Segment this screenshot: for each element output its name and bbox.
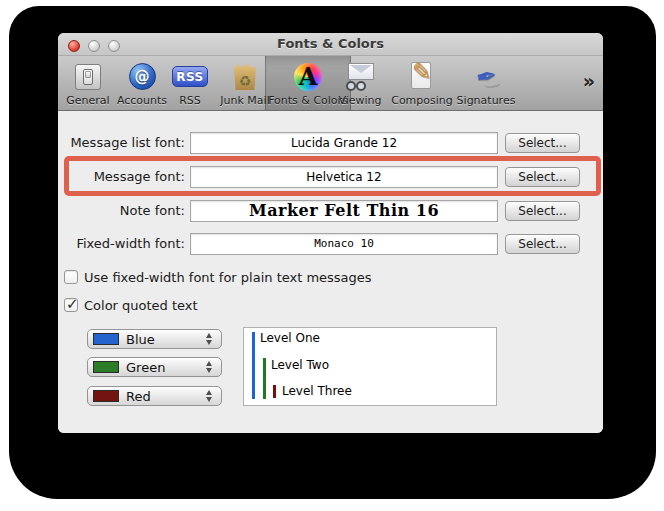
level-one-bar bbox=[252, 332, 255, 399]
message-font-label: Message font: bbox=[64, 166, 185, 188]
message-font-row: Message font: Helvetica 12 Select... bbox=[58, 166, 603, 188]
fixed-width-font-row: Fixed-width font: Monaco 10 Select... bbox=[58, 233, 603, 255]
message-list-font-label: Message list font: bbox=[64, 132, 185, 154]
signatures-icon: ✒ bbox=[469, 61, 503, 92]
note-font-value: Marker Felt Thin 16 bbox=[190, 200, 498, 222]
message-font-select-button[interactable]: Select... bbox=[505, 167, 580, 187]
fixed-width-checkbox-label: Use fixed-width font for plain text mess… bbox=[84, 270, 372, 285]
color-quoted-checkbox-row[interactable]: ✓ Color quoted text bbox=[64, 297, 198, 313]
note-font-label: Note font: bbox=[64, 200, 185, 222]
message-list-font-select-button[interactable]: Select... bbox=[505, 133, 580, 153]
general-icon bbox=[75, 61, 101, 92]
toolbar-item-composing[interactable]: ✎ Composing bbox=[387, 56, 457, 110]
fonts-colors-icon: A bbox=[294, 61, 322, 92]
toolbar-item-accounts[interactable]: @ Accounts bbox=[111, 56, 173, 110]
window-title: Fonts & Colors bbox=[58, 33, 603, 55]
toolbar-item-general[interactable]: General bbox=[60, 56, 116, 110]
preferences-window: Fonts & Colors General @ Accounts RSS RS… bbox=[58, 33, 603, 433]
level-two-color-dropdown[interactable]: Green bbox=[87, 357, 222, 377]
fixed-width-checkbox-row[interactable]: Use fixed-width font for plain text mess… bbox=[64, 269, 372, 285]
level-three-color-dropdown[interactable]: Red bbox=[87, 386, 222, 406]
stepper-arrows-icon bbox=[206, 361, 213, 373]
color-quoted-checkbox[interactable]: ✓ bbox=[64, 298, 78, 312]
level-one-color-dropdown[interactable]: Blue bbox=[87, 329, 222, 349]
preferences-toolbar: General @ Accounts RSS RSS ♻ Junk Mail A… bbox=[58, 56, 603, 111]
toolbar-overflow-chevron-icon[interactable]: » bbox=[583, 70, 595, 92]
note-font-row: Note font: Marker Felt Thin 16 Select... bbox=[58, 200, 603, 222]
junk-mail-icon: ♻ bbox=[232, 61, 258, 92]
green-swatch bbox=[93, 361, 119, 373]
toolbar-item-rss[interactable]: RSS RSS bbox=[168, 56, 212, 110]
composing-icon: ✎ bbox=[408, 61, 436, 92]
blue-swatch bbox=[93, 333, 119, 345]
level-two-bar bbox=[263, 358, 266, 399]
red-swatch bbox=[93, 390, 119, 402]
rss-icon: RSS bbox=[172, 61, 208, 92]
stepper-arrows-icon bbox=[206, 333, 213, 345]
toolbar-item-signatures[interactable]: ✒ Signatures bbox=[450, 56, 522, 110]
message-list-font-row: Message list font: Lucida Grande 12 Sele… bbox=[58, 132, 603, 154]
message-list-font-value: Lucida Grande 12 bbox=[190, 132, 498, 154]
level-three-bar bbox=[273, 385, 276, 398]
toolbar-item-viewing[interactable]: Viewing bbox=[332, 56, 388, 110]
title-bar[interactable]: Fonts & Colors bbox=[58, 33, 603, 56]
level-two-text: Level Two bbox=[271, 358, 329, 372]
level-one-text: Level One bbox=[260, 331, 320, 345]
fixed-width-font-select-button[interactable]: Select... bbox=[505, 234, 580, 254]
viewing-icon bbox=[343, 61, 377, 92]
fixed-width-font-label: Fixed-width font: bbox=[64, 233, 185, 255]
message-font-value: Helvetica 12 bbox=[190, 166, 498, 188]
fonts-colors-pane: Message list font: Lucida Grande 12 Sele… bbox=[58, 111, 603, 433]
note-font-select-button[interactable]: Select... bbox=[505, 201, 580, 221]
level-three-text: Level Three bbox=[282, 384, 352, 398]
accounts-icon: @ bbox=[129, 61, 156, 92]
fixed-width-font-value: Monaco 10 bbox=[190, 233, 498, 255]
color-quoted-checkbox-label: Color quoted text bbox=[84, 298, 198, 313]
checkmark-icon: ✓ bbox=[66, 295, 79, 313]
quote-preview-box: Level One Level Two Level Three bbox=[243, 327, 497, 406]
stepper-arrows-icon bbox=[206, 390, 213, 402]
fixed-width-checkbox[interactable] bbox=[64, 270, 78, 284]
